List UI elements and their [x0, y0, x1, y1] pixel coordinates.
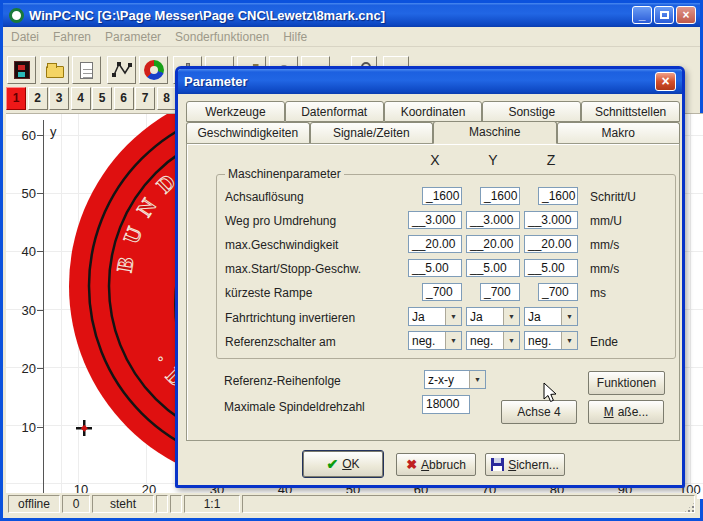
maximize-button[interactable]: [654, 6, 674, 24]
unit-maxgeschw: mm/s: [590, 238, 619, 252]
combo-referenzschalter-z[interactable]: neg.▼: [524, 331, 578, 350]
label-achsaufloesung: Achsauflösung: [225, 190, 304, 204]
ok-button[interactable]: ✔ OK: [303, 451, 383, 477]
field-maxgeschw-x[interactable]: __20.00: [408, 235, 462, 253]
tab-geschwindigkeiten[interactable]: Geschwindigkeiten: [186, 122, 310, 143]
close-button[interactable]: ×: [676, 6, 696, 24]
chevron-down-icon[interactable]: ▼: [503, 332, 519, 349]
cross-icon: ✖: [406, 457, 417, 472]
page-tab-6[interactable]: 6: [114, 87, 134, 110]
combo-fahrtrichtung-y[interactable]: Ja▼: [466, 307, 520, 326]
field-rampe-z[interactable]: _700: [538, 283, 578, 301]
menu-item-parameter[interactable]: Parameter: [105, 30, 161, 44]
menu-bar: Datei Fahren Parameter Sonderfunktionen …: [3, 27, 700, 47]
menu-item-sonderfunktionen[interactable]: Sonderfunktionen: [175, 30, 269, 44]
achse4-button[interactable]: Achse 4: [501, 400, 577, 424]
file-info-button[interactable]: [72, 56, 101, 84]
origin-marker-icon: [75, 419, 93, 437]
field-achsaufloesung-z[interactable]: _1600: [538, 187, 578, 205]
maximize-icon: [660, 11, 669, 19]
page-tab-1[interactable]: 1: [6, 87, 26, 110]
tab-datenformat[interactable]: Datenformat: [285, 101, 384, 122]
chevron-down-icon[interactable]: ▼: [445, 332, 461, 349]
y-tick-30: 30: [10, 303, 36, 318]
document-icon: [80, 62, 93, 79]
menu-item-datei[interactable]: Datei: [11, 30, 39, 44]
unit-startstopp: mm/s: [590, 262, 619, 276]
field-rampe-x[interactable]: _700: [422, 283, 462, 301]
label-referenzschalter: Referenzschalter am: [225, 335, 336, 349]
status-empty-2: [170, 495, 182, 513]
chevron-down-icon[interactable]: ▼: [469, 371, 485, 388]
menu-item-fahren[interactable]: Fahren: [53, 30, 91, 44]
combo-fahrtrichtung-z[interactable]: Ja▼: [524, 307, 578, 326]
y-tick-20: 20: [10, 361, 36, 376]
abbruch-button[interactable]: ✖ Abbruch: [396, 453, 476, 476]
tab-makro[interactable]: Makro: [557, 122, 681, 143]
page-tab-2[interactable]: 2: [28, 87, 48, 110]
page-tab-7[interactable]: 7: [135, 87, 155, 110]
column-header-y: Y: [478, 152, 508, 168]
app-logo-icon: [9, 8, 24, 23]
tab-schnittstellen[interactable]: Schnittstellen: [581, 101, 680, 122]
tab-signale-zeiten[interactable]: Signale/Zeiten: [310, 122, 434, 143]
combo-referenzschalter-x[interactable]: neg.▼: [408, 331, 462, 350]
label-fahrtrichtung: Fahrtrichtung invertieren: [225, 311, 355, 325]
unit-referenzschalter: Ende: [590, 335, 618, 349]
status-online-state: offline: [8, 495, 60, 513]
field-weg-x[interactable]: __3.000: [408, 211, 462, 229]
floppy-disk-icon: [491, 458, 504, 471]
unit-weg: mm/U: [590, 214, 622, 228]
polygon-edit-icon: [112, 61, 132, 79]
page-tab-4[interactable]: 4: [71, 87, 91, 110]
dialog-close-button[interactable]: ×: [655, 72, 676, 91]
tab-werkzeuge[interactable]: Werkzeuge: [186, 101, 285, 122]
open-folder-icon: [46, 66, 64, 78]
y-axis-label: y: [50, 124, 57, 139]
field-achsaufloesung-y[interactable]: _1600: [480, 187, 520, 205]
window-titlebar: WinPC-NC [G:\Page Messer\Page CNC\Lewetz…: [3, 3, 700, 27]
check-icon: ✔: [326, 456, 338, 472]
open-file-button[interactable]: [40, 56, 69, 84]
field-achsaufloesung-x[interactable]: _1600: [422, 187, 462, 205]
combo-referenzschalter-y[interactable]: neg.▼: [466, 331, 520, 350]
maschine-tab-page: X Y Z Maschinenparameter Achsauflösung _…: [186, 143, 680, 441]
maschinenparameter-group: Maschinenparameter Achsauflösung _1600 _…: [216, 174, 676, 359]
field-startstopp-y[interactable]: __5.00: [466, 259, 520, 277]
tab-sonstige[interactable]: Sonstige: [482, 101, 581, 122]
combo-referenz-reihenfolge[interactable]: z-x-y▼: [424, 370, 486, 389]
masse-button[interactable]: Maße...: [588, 400, 664, 424]
minimize-button[interactable]: _: [632, 6, 652, 24]
field-spindeldrehzahl[interactable]: 18000: [422, 395, 470, 414]
window-title: WinPC-NC [G:\Page Messer\Page CNC\Lewetz…: [29, 8, 385, 23]
tab-koordinaten[interactable]: Koordinaten: [384, 101, 483, 122]
chevron-down-icon[interactable]: ▼: [561, 308, 577, 325]
field-weg-y[interactable]: __3.000: [466, 211, 520, 229]
unit-achsaufloesung: Schritt/U: [590, 190, 636, 204]
menu-item-hilfe[interactable]: Hilfe: [283, 30, 307, 44]
sichern-button[interactable]: Sichern...: [485, 453, 565, 476]
combo-fahrtrichtung-x[interactable]: Ja▼: [408, 307, 462, 326]
tab-maschine[interactable]: Maschine: [433, 121, 557, 144]
vector-edit-button[interactable]: [107, 56, 136, 84]
funktionen-button[interactable]: Funktionen: [588, 371, 665, 395]
power-button[interactable]: [7, 56, 36, 84]
field-startstopp-z[interactable]: __5.00: [524, 259, 578, 277]
page-tab-3[interactable]: 3: [49, 87, 69, 110]
y-tick-60: 60: [10, 128, 36, 143]
field-maxgeschw-y[interactable]: __20.00: [466, 235, 520, 253]
field-rampe-y[interactable]: _700: [480, 283, 520, 301]
page-tab-8[interactable]: 8: [157, 87, 177, 110]
field-maxgeschw-z[interactable]: __20.00: [524, 235, 578, 253]
field-startstopp-x[interactable]: __5.00: [408, 259, 462, 277]
chevron-down-icon[interactable]: ▼: [445, 308, 461, 325]
y-tick-40: 40: [10, 244, 36, 259]
color-settings-button[interactable]: [139, 56, 168, 84]
label-spindeldrehzahl: Maximale Spindeldrehzahl: [224, 400, 365, 414]
status-message: [242, 495, 695, 513]
page-tab-5[interactable]: 5: [92, 87, 112, 110]
mouse-cursor: [543, 382, 557, 403]
chevron-down-icon[interactable]: ▼: [561, 332, 577, 349]
field-weg-z[interactable]: __3.000: [524, 211, 578, 229]
chevron-down-icon[interactable]: ▼: [503, 308, 519, 325]
